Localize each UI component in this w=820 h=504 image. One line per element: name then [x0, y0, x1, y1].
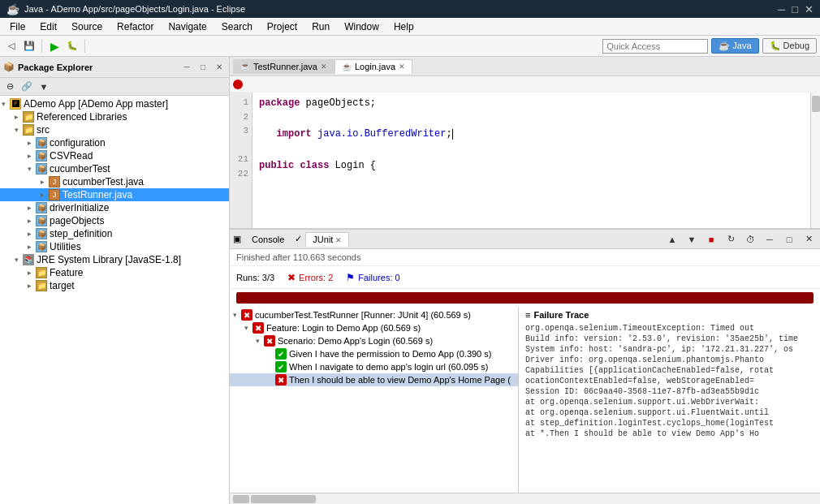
tree-item[interactable]: ▸📦Utilities [0, 240, 229, 253]
pkg-menu-btn[interactable]: ▼ [36, 79, 52, 95]
tree-item[interactable]: ▸📁Referenced Libraries [0, 110, 229, 123]
tree-item[interactable]: ▸📁Feature [0, 266, 229, 279]
menu-item-file[interactable]: File [3, 19, 32, 34]
minimize-button[interactable]: ─ [778, 3, 785, 15]
bottom-minimize[interactable]: ─ [762, 231, 778, 248]
editor-tab[interactable]: ☕Login.java✕ [334, 59, 412, 74]
bottom-close[interactable]: ✕ [801, 231, 817, 248]
test-status-icon: ✖ [241, 309, 252, 321]
tree-node-label: configuration [50, 137, 106, 149]
tab-icon: ☕ [342, 62, 352, 71]
debug-perspective-button[interactable]: 🐛 Debug [762, 38, 817, 54]
tree-arrow[interactable]: ▸ [28, 269, 36, 277]
quick-access-input[interactable] [602, 39, 708, 54]
tree-arrow[interactable]: ▸ [15, 113, 23, 121]
tree-item[interactable]: ▸JcucumberTest.java [0, 175, 229, 188]
tree-item[interactable]: ▾📁src [0, 123, 229, 136]
tree-arrow[interactable]: ▾ [28, 165, 36, 173]
tree-arrow[interactable]: ▾ [2, 100, 10, 108]
bottom-stop-btn[interactable]: ■ [703, 231, 719, 248]
test-tree-arrow[interactable]: ▾ [244, 324, 252, 332]
bottom-scrollbar[interactable] [230, 493, 820, 504]
menu-item-project[interactable]: Project [261, 19, 304, 34]
tree-item[interactable]: ▸📁target [0, 279, 229, 292]
bottom-scroll-up[interactable]: ▲ [664, 231, 680, 248]
tree-item[interactable]: ▸📦pageObjects [0, 214, 229, 227]
code-line-2 [259, 111, 804, 127]
test-tree-item[interactable]: ▾✖Feature: Login to Demo App (60.569 s) [230, 321, 518, 334]
console-tab[interactable]: Console [244, 232, 291, 247]
tree-arrow[interactable]: ▾ [15, 126, 23, 134]
tree-arrow[interactable]: ▸ [28, 282, 36, 290]
junit-close-icon[interactable]: ✕ [335, 236, 342, 244]
tree-arrow[interactable]: ▾ [15, 256, 23, 264]
test-tree-arrow[interactable]: ▾ [233, 311, 241, 319]
panel-maximize-btn[interactable]: □ [196, 61, 209, 74]
tree-item[interactable]: ▸📦configuration [0, 136, 229, 149]
package-explorer-content: ▾🅿ADemo App [ADemo App master]▸📁Referenc… [0, 96, 229, 504]
tree-arrow[interactable]: ▸ [28, 230, 36, 238]
editor-tab[interactable]: ☕TestRunner.java✕ [233, 59, 334, 74]
bottom-history-btn[interactable]: ⏱ [742, 231, 758, 248]
panel-minimize-btn[interactable]: ─ [180, 61, 193, 74]
tree-item[interactable]: ▾🅿ADemo App [ADemo App master] [0, 97, 229, 110]
tree-node-icon: 📚 [23, 254, 34, 265]
title-icon: ☕ [6, 3, 19, 15]
console-icon: ▣ [233, 234, 241, 244]
test-tree-arrow[interactable]: ▾ [256, 337, 264, 345]
toolbar-run-btn[interactable]: ▶ [46, 38, 63, 54]
test-tree-item[interactable]: ✖Then I should be able to view Demo App'… [230, 373, 518, 386]
tab-close-btn[interactable]: ✕ [321, 62, 327, 71]
bottom-scroll-down[interactable]: ▼ [684, 231, 700, 248]
horizontal-scroll-thumb[interactable] [251, 495, 316, 503]
tree-item[interactable]: ▸📦step_definition [0, 227, 229, 240]
toolbar-debug-btn[interactable]: 🐛 [64, 38, 80, 54]
menu-item-navigate[interactable]: Navigate [162, 19, 213, 34]
trace-line: at org.openqa.selenium.support.ui.Fluent… [525, 407, 814, 418]
junit-icon: ✓ [295, 234, 302, 244]
panel-close-btn[interactable]: ✕ [213, 61, 226, 74]
java-perspective-button[interactable]: ☕ Java [711, 38, 758, 54]
tree-arrow[interactable]: ▸ [41, 191, 49, 199]
test-tree-item[interactable]: ✔When I navigate to demo app's login url… [230, 360, 518, 373]
tab-close-btn[interactable]: ✕ [399, 62, 405, 71]
tree-item[interactable]: ▾📚JRE System Library [JavaSE-1.8] [0, 253, 229, 266]
junit-tab[interactable]: JUnit ✕ [305, 232, 349, 247]
menu-item-help[interactable]: Help [387, 19, 421, 34]
trace-line: at *.Then I should be able to view Demo … [525, 429, 814, 439]
tree-node-icon: 📁 [36, 267, 47, 278]
toolbar-new-btn[interactable]: ◁ [3, 38, 19, 54]
tree-item[interactable]: ▸📦driverInitialize [0, 201, 229, 214]
pkg-collapse-btn[interactable]: ⊖ [2, 79, 18, 95]
bottom-maximize[interactable]: □ [781, 231, 797, 248]
test-tree-item[interactable]: ▾✖cucumberTest.TestRunner [Runner: JUnit… [230, 308, 518, 321]
close-button[interactable]: ✕ [805, 3, 814, 15]
scrollbar-thumb[interactable] [812, 96, 820, 112]
tree-arrow[interactable]: ▸ [28, 139, 36, 147]
menu-item-run[interactable]: Run [305, 19, 336, 34]
menu-item-refactor[interactable]: Refactor [110, 19, 160, 34]
menu-item-search[interactable]: Search [215, 19, 259, 34]
toolbar-save-btn[interactable]: 💾 [21, 38, 37, 54]
tree-node-label: cucumberTest.java [63, 176, 144, 187]
tree-item[interactable]: ▸📦CSVRead [0, 149, 229, 162]
code-area[interactable]: package pageObjects; import java.io.Buff… [252, 93, 810, 228]
maximize-button[interactable]: □ [792, 3, 798, 15]
tree-item[interactable]: ▸JTestRunner.java [0, 188, 229, 201]
pkg-link-btn[interactable]: 🔗 [19, 79, 35, 95]
tree-arrow[interactable]: ▸ [28, 243, 36, 251]
menu-item-source[interactable]: Source [65, 19, 109, 34]
bottom-rerun-btn[interactable]: ↻ [723, 231, 739, 248]
menu-item-edit[interactable]: Edit [33, 19, 63, 34]
test-tree-item[interactable]: ✔Given I have the permission to Demo App… [230, 347, 518, 360]
editor-scrollbar[interactable] [810, 93, 820, 228]
test-label: cucumberTest.TestRunner [Runner: JUnit 4… [255, 310, 471, 320]
editor-content[interactable]: 1 2 3 21 22 package pageObjects; import … [230, 93, 820, 228]
tree-arrow[interactable]: ▸ [41, 178, 49, 186]
tree-arrow[interactable]: ▸ [28, 152, 36, 160]
test-tree-item[interactable]: ▾✖Scenario: Demo App's Login (60.569 s) [230, 334, 518, 347]
tree-arrow[interactable]: ▸ [28, 204, 36, 212]
menu-item-window[interactable]: Window [338, 19, 386, 34]
tree-arrow[interactable]: ▸ [28, 217, 36, 225]
tree-item[interactable]: ▾📦cucumberTest [0, 162, 229, 175]
